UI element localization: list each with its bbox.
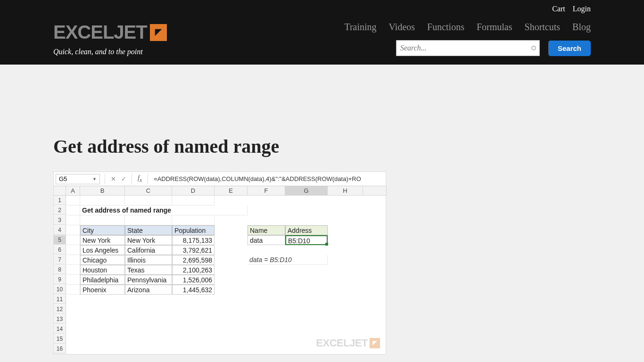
cell-G14[interactable] bbox=[285, 324, 328, 334]
cell-B7[interactable]: Chicago bbox=[80, 255, 125, 265]
cell-H3[interactable] bbox=[328, 215, 363, 225]
cell-E12[interactable] bbox=[215, 304, 248, 314]
cell-C8[interactable]: Texas bbox=[125, 265, 172, 275]
cell-F12[interactable] bbox=[248, 304, 285, 314]
cell-H2[interactable] bbox=[328, 206, 363, 215]
cell-H13[interactable] bbox=[328, 314, 363, 324]
cell-F9[interactable] bbox=[248, 275, 285, 285]
cell-B16[interactable] bbox=[80, 344, 125, 354]
cell-H12[interactable] bbox=[328, 304, 363, 314]
cell-G6[interactable] bbox=[285, 245, 328, 255]
logo[interactable]: EXCELJET bbox=[53, 22, 167, 43]
cell-A9[interactable] bbox=[66, 275, 80, 285]
cell-E13[interactable] bbox=[215, 314, 248, 324]
cell-B15[interactable] bbox=[80, 334, 125, 344]
cell-A15[interactable] bbox=[66, 334, 80, 344]
cell-A14[interactable] bbox=[66, 324, 80, 334]
cell-G10[interactable] bbox=[285, 285, 328, 295]
cell-F14[interactable] bbox=[248, 324, 285, 334]
cell-F11[interactable] bbox=[248, 295, 285, 304]
cell-D3[interactable] bbox=[172, 215, 215, 225]
cell-A5[interactable] bbox=[66, 235, 80, 245]
cell-B13[interactable] bbox=[80, 314, 125, 324]
cell-D6[interactable]: 3,792,621 bbox=[172, 245, 215, 255]
cell-G5[interactable]: B5:D10 bbox=[285, 235, 328, 245]
cell-C1[interactable] bbox=[125, 196, 172, 206]
cell-G2[interactable] bbox=[285, 206, 328, 215]
check-icon[interactable]: ✓ bbox=[118, 175, 129, 182]
cell-G9[interactable] bbox=[285, 275, 328, 285]
cell-H10[interactable] bbox=[328, 285, 363, 295]
cell-E16[interactable] bbox=[215, 344, 248, 354]
cell-F7[interactable]: data = B5:D10 bbox=[248, 255, 328, 265]
cell-G13[interactable] bbox=[285, 314, 328, 324]
cell-E1[interactable] bbox=[215, 196, 248, 206]
cell-G8[interactable] bbox=[285, 265, 328, 275]
cell-D9[interactable]: 1,526,006 bbox=[172, 275, 215, 285]
cell-F1[interactable] bbox=[248, 196, 285, 206]
cell-B2[interactable]: Get address of named range bbox=[80, 206, 248, 215]
cell-D12[interactable] bbox=[172, 304, 215, 314]
cell-C15[interactable] bbox=[125, 334, 172, 344]
cell-A4[interactable] bbox=[66, 225, 80, 235]
cell-E3[interactable] bbox=[215, 215, 248, 225]
cell-C14[interactable] bbox=[125, 324, 172, 334]
cell-A10[interactable] bbox=[66, 285, 80, 295]
cell-D15[interactable] bbox=[172, 334, 215, 344]
cell-F4[interactable]: Name bbox=[248, 225, 285, 235]
cell-D11[interactable] bbox=[172, 295, 215, 304]
cell-C7[interactable]: Illinois bbox=[125, 255, 172, 265]
cell-E8[interactable] bbox=[215, 265, 248, 275]
cell-D10[interactable]: 1,445,632 bbox=[172, 285, 215, 295]
cell-E9[interactable] bbox=[215, 275, 248, 285]
cell-A2[interactable] bbox=[66, 206, 80, 215]
cell-H5[interactable] bbox=[328, 235, 363, 245]
login-link[interactable]: Login bbox=[573, 5, 591, 13]
cell-B12[interactable] bbox=[80, 304, 125, 314]
cell-E5[interactable] bbox=[215, 235, 248, 245]
cell-C13[interactable] bbox=[125, 314, 172, 324]
cell-B9[interactable]: Philadelphia bbox=[80, 275, 125, 285]
cell-D7[interactable]: 2,695,598 bbox=[172, 255, 215, 265]
cell-H7[interactable] bbox=[328, 255, 363, 265]
cell-G12[interactable] bbox=[285, 304, 328, 314]
nav-formulas[interactable]: Formulas bbox=[477, 22, 512, 33]
cell-C16[interactable] bbox=[125, 344, 172, 354]
cell-B14[interactable] bbox=[80, 324, 125, 334]
cell-F6[interactable] bbox=[248, 245, 285, 255]
search-button[interactable]: Search bbox=[548, 41, 591, 56]
cell-C6[interactable]: California bbox=[125, 245, 172, 255]
cell-E7[interactable] bbox=[215, 255, 248, 265]
cell-E14[interactable] bbox=[215, 324, 248, 334]
cell-H8[interactable] bbox=[328, 265, 363, 275]
name-box[interactable]: G5 ▼ bbox=[56, 174, 100, 184]
cell-E4[interactable] bbox=[215, 225, 248, 235]
cell-D5[interactable]: 8,175,133 bbox=[172, 235, 215, 245]
cell-H14[interactable] bbox=[328, 324, 363, 334]
cell-A13[interactable] bbox=[66, 314, 80, 324]
nav-videos[interactable]: Videos bbox=[389, 22, 415, 33]
cell-D8[interactable]: 2,100,263 bbox=[172, 265, 215, 275]
cell-H9[interactable] bbox=[328, 275, 363, 285]
cancel-icon[interactable]: ✕ bbox=[108, 175, 118, 182]
fx-icon[interactable]: fx bbox=[135, 174, 145, 183]
cell-D4[interactable]: Population bbox=[172, 225, 215, 235]
cell-E11[interactable] bbox=[215, 295, 248, 304]
cell-D1[interactable] bbox=[172, 196, 215, 206]
cell-C11[interactable] bbox=[125, 295, 172, 304]
cell-H6[interactable] bbox=[328, 245, 363, 255]
cell-F8[interactable] bbox=[248, 265, 285, 275]
cell-C3[interactable] bbox=[125, 215, 172, 225]
nav-functions[interactable]: Functions bbox=[427, 22, 464, 33]
cell-F10[interactable] bbox=[248, 285, 285, 295]
cell-C4[interactable]: State bbox=[125, 225, 172, 235]
cell-D16[interactable] bbox=[172, 344, 215, 354]
cell-F2[interactable] bbox=[248, 206, 285, 215]
cell-F16[interactable] bbox=[248, 344, 285, 354]
cell-B4[interactable]: City bbox=[80, 225, 125, 235]
cell-H11[interactable] bbox=[328, 295, 363, 304]
cell-D14[interactable] bbox=[172, 324, 215, 334]
nav-shortcuts[interactable]: Shortcuts bbox=[525, 22, 561, 33]
cell-G11[interactable] bbox=[285, 295, 328, 304]
cell-C9[interactable]: Pennsylvania bbox=[125, 275, 172, 285]
